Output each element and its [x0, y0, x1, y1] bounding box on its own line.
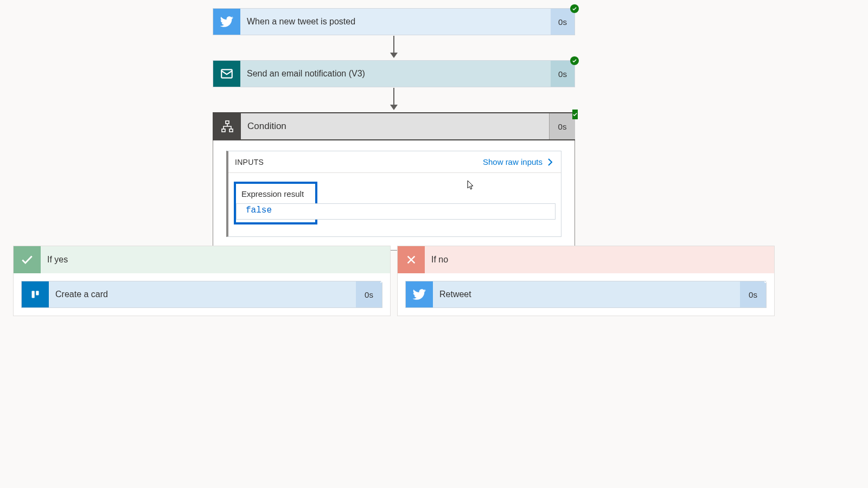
expression-result-label: Expression result: [241, 189, 310, 198]
mouse-cursor-icon: [467, 180, 475, 190]
skipped-badge-icon: [378, 277, 386, 286]
svg-rect-1: [226, 121, 229, 124]
step-condition[interactable]: Condition 0s INPUTS Show raw inputs Expr…: [213, 112, 575, 251]
svg-rect-3: [229, 129, 233, 132]
action-retweet[interactable]: Retweet 0s: [405, 281, 767, 308]
step-duration: 0s: [549, 113, 575, 139]
action-label: Create a card: [49, 281, 356, 307]
mail-icon: [213, 61, 240, 87]
step-label: Condition: [241, 113, 549, 139]
action-label: Retweet: [433, 281, 740, 307]
branch-label: If yes: [41, 246, 390, 273]
success-badge-icon: [570, 56, 579, 65]
step-duration: 0s: [551, 61, 575, 87]
show-raw-inputs-link[interactable]: Show raw inputs: [483, 157, 554, 166]
branch-header-no[interactable]: If no: [398, 246, 774, 273]
check-icon: [14, 246, 41, 273]
inputs-title: INPUTS: [235, 158, 264, 166]
condition-body: INPUTS Show raw inputs Expression result…: [213, 140, 575, 250]
twitter-icon: [213, 9, 240, 35]
success-badge-icon: [572, 110, 578, 119]
action-create-card[interactable]: Create a card 0s: [21, 281, 382, 308]
step-label: When a new tweet is posted: [240, 9, 551, 35]
trello-icon: [22, 281, 49, 307]
flow-canvas: When a new tweet is posted 0s Send an em…: [0, 0, 868, 488]
svg-rect-2: [222, 129, 225, 132]
step-send-email[interactable]: Send an email notification (V3) 0s: [213, 60, 575, 87]
svg-rect-5: [32, 291, 35, 298]
success-badge-icon: [570, 4, 579, 13]
step-duration: 0s: [551, 9, 575, 35]
step-label: Send an email notification (V3): [240, 61, 551, 87]
branch-header-yes[interactable]: If yes: [14, 246, 390, 273]
expression-result-value: false: [241, 203, 310, 218]
twitter-icon: [406, 281, 433, 307]
success-badge-icon: [762, 277, 770, 286]
action-duration: 0s: [740, 281, 766, 307]
show-raw-inputs-label: Show raw inputs: [483, 157, 542, 166]
branch-label: If no: [425, 246, 774, 273]
action-duration: 0s: [356, 281, 382, 307]
step-trigger-tweet[interactable]: When a new tweet is posted 0s: [213, 8, 575, 35]
condition-icon: [214, 113, 241, 139]
x-icon: [398, 246, 425, 273]
svg-rect-6: [36, 291, 39, 296]
branch-if-yes: If yes Create a card 0s: [13, 246, 391, 316]
branch-if-no: If no Retweet 0s: [397, 246, 775, 316]
chevron-right-icon: [546, 158, 554, 166]
inputs-card: INPUTS Show raw inputs Expression result…: [226, 151, 561, 237]
